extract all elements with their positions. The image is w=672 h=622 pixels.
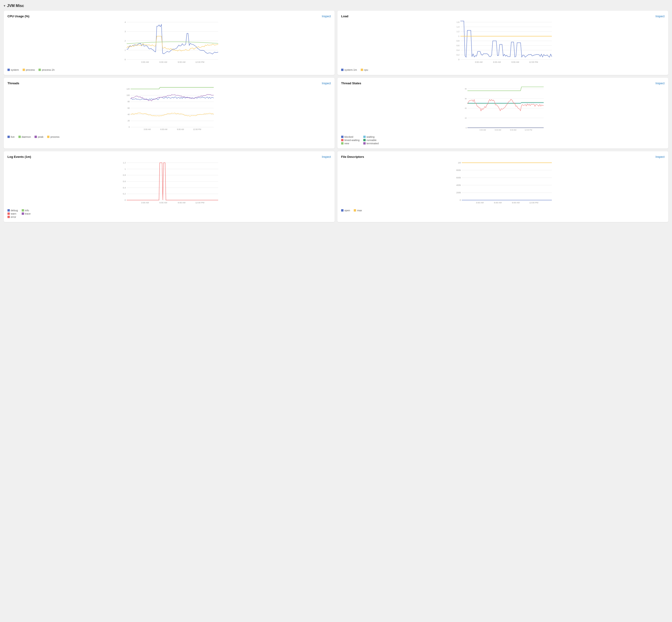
svg-text:0: 0 — [128, 126, 130, 128]
svg-text:0.2: 0.2 — [456, 54, 459, 56]
svg-text:0.4: 0.4 — [456, 49, 459, 51]
svg-text:2: 2 — [124, 40, 126, 42]
svg-text:0.4: 0.4 — [123, 186, 126, 189]
svg-text:0.8: 0.8 — [123, 174, 126, 176]
svg-text:1: 1 — [124, 168, 126, 170]
card-header-log-events: Log Events (1m) Inspect — [7, 155, 331, 159]
svg-text:20: 20 — [465, 107, 467, 109]
svg-text:0.6: 0.6 — [456, 44, 459, 47]
card-load: Load Inspect 00.20.40.60.811.21.41.63:00… — [337, 11, 668, 75]
svg-text:0.8: 0.8 — [456, 40, 459, 42]
svg-text:12:00 PM: 12:00 PM — [529, 202, 538, 204]
section-header: ▾ JVM Misc — [4, 4, 668, 8]
card-cpu-usage: CPU Usage (%) Inspect 012343:00 AM6:00 A… — [4, 11, 335, 75]
svg-text:3:00 AM: 3:00 AM — [141, 202, 149, 204]
svg-text:3:00 AM: 3:00 AM — [480, 129, 486, 131]
svg-text:6:00 AM: 6:00 AM — [159, 202, 167, 204]
svg-text:9:00 AM: 9:00 AM — [178, 61, 186, 63]
svg-text:3:00 AM: 3:00 AM — [144, 129, 151, 131]
chevron-icon[interactable]: ▾ — [4, 4, 5, 7]
svg-text:12:00 PM: 12:00 PM — [195, 61, 204, 63]
svg-text:12:00 PM: 12:00 PM — [193, 129, 201, 131]
svg-text:20: 20 — [127, 120, 130, 122]
svg-text:6:00 AM: 6:00 AM — [495, 129, 501, 131]
svg-text:1: 1 — [458, 35, 459, 37]
chart-area-load: 00.20.40.60.811.21.41.63:00 AM6:00 AM9:0… — [341, 20, 665, 67]
inspect-link-cpu-usage[interactable]: Inspect — [322, 15, 331, 18]
svg-text:200k: 200k — [456, 192, 461, 194]
card-header-threads: Threads Inspect — [7, 81, 331, 85]
svg-text:0.6: 0.6 — [123, 180, 126, 182]
svg-text:0: 0 — [458, 58, 459, 61]
svg-text:0: 0 — [460, 199, 461, 201]
inspect-link-log-events[interactable]: Inspect — [322, 155, 331, 159]
svg-text:1M: 1M — [458, 162, 461, 164]
inspect-link-thread-states[interactable]: Inspect — [656, 82, 665, 85]
svg-text:9:00 AM: 9:00 AM — [177, 129, 184, 131]
svg-text:6:00 AM: 6:00 AM — [494, 202, 502, 204]
svg-text:0: 0 — [124, 58, 126, 61]
svg-text:800k: 800k — [456, 169, 461, 171]
card-header-thread-states: Thread States Inspect — [341, 81, 665, 85]
card-threads: Threads Inspect 0204060801001203:00 AM6:… — [4, 78, 335, 148]
svg-text:10: 10 — [465, 117, 467, 119]
svg-text:40: 40 — [127, 113, 130, 115]
dashboard-grid: CPU Usage (%) Inspect 012343:00 AM6:00 A… — [4, 11, 668, 222]
svg-text:1.4: 1.4 — [456, 26, 459, 28]
svg-text:3:00 AM: 3:00 AM — [476, 202, 484, 204]
inspect-link-load[interactable]: Inspect — [656, 15, 665, 18]
svg-text:60: 60 — [127, 107, 130, 109]
svg-text:0: 0 — [124, 199, 126, 201]
chart-area-log-events: 00.20.40.60.811.23:00 AM6:00 AM9:00 AM12… — [7, 161, 331, 207]
card-title-cpu-usage: CPU Usage (%) — [7, 14, 29, 18]
svg-text:30: 30 — [465, 98, 467, 100]
card-title-load: Load — [341, 14, 348, 18]
chart-area-threads: 0204060801001203:00 AM6:00 AM9:00 AM12:0… — [7, 87, 331, 134]
chart-area-thread-states: 0102030403:00 AM6:00 AM9:00 AM12:00 PM — [341, 87, 665, 134]
svg-text:9:00 AM: 9:00 AM — [512, 61, 519, 63]
svg-text:1.2: 1.2 — [123, 162, 126, 164]
svg-text:9:00 AM: 9:00 AM — [512, 202, 520, 204]
svg-text:9:00 AM: 9:00 AM — [510, 129, 517, 131]
svg-text:120: 120 — [126, 88, 130, 90]
svg-text:3: 3 — [124, 30, 126, 33]
svg-text:6:00 AM: 6:00 AM — [493, 61, 501, 63]
svg-text:40: 40 — [465, 88, 467, 90]
svg-text:12:00 PM: 12:00 PM — [529, 61, 538, 63]
svg-text:1.6: 1.6 — [456, 21, 459, 23]
svg-text:6:00 AM: 6:00 AM — [159, 61, 167, 63]
card-title-log-events: Log Events (1m) — [7, 155, 31, 159]
svg-text:0: 0 — [466, 127, 467, 129]
inspect-link-file-descriptors[interactable]: Inspect — [656, 155, 665, 159]
svg-text:3:00 AM: 3:00 AM — [475, 61, 483, 63]
card-header-load: Load Inspect — [341, 14, 665, 18]
svg-text:100: 100 — [126, 94, 130, 96]
chart-area-file-descriptors: 0200k400k600k800k1M3:00 AM6:00 AM9:00 AM… — [341, 161, 665, 207]
svg-text:600k: 600k — [456, 176, 461, 179]
card-log-events: Log Events (1m) Inspect 00.20.40.60.811.… — [4, 151, 335, 222]
card-title-thread-states: Thread States — [341, 81, 361, 85]
inspect-link-threads[interactable]: Inspect — [322, 82, 331, 85]
svg-text:0.2: 0.2 — [123, 193, 126, 195]
card-title-threads: Threads — [7, 81, 20, 85]
svg-text:6:00 AM: 6:00 AM — [160, 129, 167, 131]
svg-text:12:00 PM: 12:00 PM — [525, 129, 532, 131]
section-title: JVM Misc — [7, 4, 24, 8]
svg-text:1: 1 — [124, 49, 126, 51]
svg-text:80: 80 — [127, 101, 130, 103]
card-file-descriptors: File Descriptors Inspect 0200k400k600k80… — [337, 151, 668, 222]
card-header-cpu-usage: CPU Usage (%) Inspect — [7, 14, 331, 18]
chart-area-cpu-usage: 012343:00 AM6:00 AM9:00 AM12:00 PM — [7, 20, 331, 67]
card-title-file-descriptors: File Descriptors — [341, 155, 364, 159]
svg-text:9:00 AM: 9:00 AM — [178, 202, 186, 204]
card-header-file-descriptors: File Descriptors Inspect — [341, 155, 665, 159]
svg-text:3:00 AM: 3:00 AM — [141, 61, 149, 63]
svg-text:400k: 400k — [456, 184, 461, 186]
svg-text:4: 4 — [124, 21, 126, 23]
svg-text:1.2: 1.2 — [456, 30, 459, 33]
svg-text:12:00 PM: 12:00 PM — [195, 202, 204, 204]
card-thread-states: Thread States Inspect 0102030403:00 AM6:… — [337, 78, 668, 148]
